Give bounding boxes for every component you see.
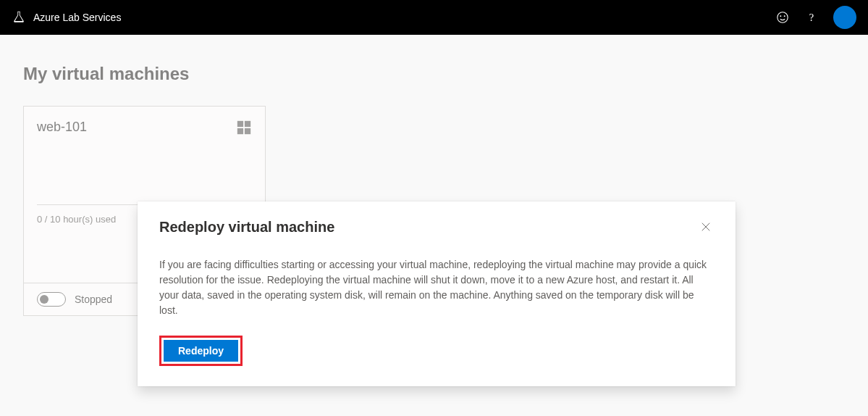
highlight-annotation: Redeploy xyxy=(159,336,243,366)
azure-lab-logo-icon xyxy=(12,10,26,25)
close-button[interactable] xyxy=(698,219,714,235)
dialog-title: Redeploy virtual machine xyxy=(159,219,334,236)
app-header: Azure Lab Services ? xyxy=(0,0,868,35)
feedback-icon[interactable] xyxy=(775,10,790,25)
app-title: Azure Lab Services xyxy=(33,12,121,23)
dialog-body: If you are facing difficulties starting … xyxy=(159,257,714,318)
help-icon[interactable]: ? xyxy=(804,10,819,25)
redeploy-dialog: Redeploy virtual machine If you are faci… xyxy=(138,201,736,386)
svg-point-1 xyxy=(780,16,781,17)
dialog-header: Redeploy virtual machine xyxy=(159,219,714,236)
redeploy-button[interactable]: Redeploy xyxy=(164,340,238,362)
svg-point-2 xyxy=(784,16,785,17)
header-left: Azure Lab Services xyxy=(12,10,121,25)
svg-point-0 xyxy=(778,12,788,22)
svg-text:?: ? xyxy=(809,12,814,23)
user-avatar[interactable] xyxy=(833,6,856,29)
close-icon xyxy=(701,222,711,232)
header-right: ? xyxy=(775,6,856,29)
